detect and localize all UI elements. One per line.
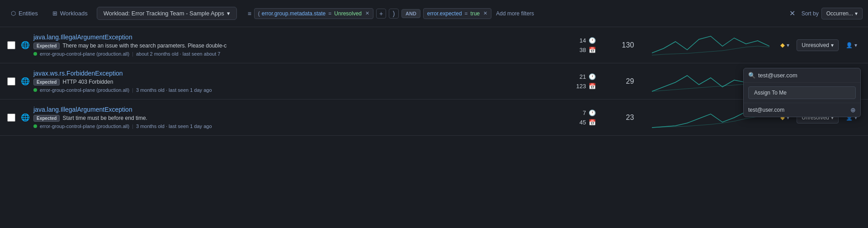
- total-count-1: 130: [618, 41, 634, 49]
- filter2-key: error.expected: [427, 10, 462, 17]
- issue-message-3: ExpectedStart time must be before end ti…: [33, 115, 287, 122]
- assignee-chevron-icon-1: ▾: [854, 42, 857, 48]
- clock-icon-3: 🕐: [589, 109, 596, 116]
- filter-icon[interactable]: ≡: [248, 10, 251, 17]
- diamond-icon-1: ◆: [780, 42, 785, 48]
- workload-tab[interactable]: Workload: Error Tracking Team - Sample A…: [97, 7, 237, 20]
- open-paren: (: [258, 10, 260, 17]
- age-label-1: about 2 months old · last seen about 7: [136, 51, 221, 57]
- workload-tab-label: Workload: Error Tracking Team - Sample A…: [104, 10, 224, 17]
- issue-message-2: ExpectedHTTP 403 Forbidden: [33, 79, 287, 86]
- search-icon: 🔍: [748, 72, 755, 79]
- filter1-close-icon[interactable]: ✕: [365, 10, 369, 16]
- globe-icon-1: 🌐: [21, 41, 30, 49]
- workloads-icon: ⊞: [52, 10, 57, 17]
- assign-plus-icon[interactable]: ⊕: [850, 106, 856, 114]
- issue-content-1: java.lang.IllegalArgumentException Expec…: [33, 33, 558, 57]
- filter-chip-2: error.expected = true ✕: [423, 8, 491, 19]
- issue-meta-3: error-group-control-plane (production.al…: [33, 124, 558, 129]
- sidebar-item-workloads[interactable]: ⊞ Workloads: [47, 7, 93, 19]
- total-count-2: 29: [618, 77, 634, 86]
- user-email: test@user.com: [748, 107, 784, 113]
- filter1-key: error.group.metadata.state: [262, 10, 326, 17]
- sort-value: Occurren...: [826, 10, 853, 17]
- issue-content-3: java.lang.IllegalArgumentException Expec…: [33, 106, 558, 129]
- count1-1: 14: [580, 37, 586, 44]
- and-operator: AND: [401, 9, 420, 18]
- sidebar-item-entities[interactable]: ⬡ Entities: [5, 7, 43, 19]
- filter1-eq: =: [328, 10, 331, 17]
- entities-label: Entities: [19, 10, 38, 17]
- project-label-2: error-group-control-plane (production.al…: [40, 87, 129, 93]
- add-more-filters-button[interactable]: Add more filters: [494, 9, 536, 19]
- issue-checkbox-2[interactable]: [7, 77, 15, 86]
- assign-to-me-button[interactable]: Assign To Me: [748, 86, 856, 99]
- issue-checkbox-3[interactable]: [7, 114, 15, 122]
- filter1-val: Unresolved: [334, 10, 362, 17]
- assignee-button-1[interactable]: 👤 ▾: [842, 40, 861, 50]
- assign-search-input[interactable]: [758, 72, 856, 79]
- count1-2: 21: [580, 73, 586, 80]
- assign-search-area: 🔍: [744, 68, 860, 83]
- issue-meta-2: error-group-control-plane (production.al…: [33, 87, 558, 93]
- table-row: 🌐 java.lang.IllegalArgumentException Exp…: [0, 100, 868, 136]
- calendar-icon-3: 📅: [589, 119, 596, 126]
- assign-user-row[interactable]: test@user.com ⊕: [744, 103, 860, 117]
- age-label-3: 3 months old · last seen 1 day ago: [136, 124, 212, 129]
- workloads-label: Workloads: [60, 10, 88, 17]
- filter-chip-1: ( error.group.metadata.state = Unresolve…: [254, 8, 373, 19]
- priority-chevron-icon-1: ▾: [787, 42, 789, 48]
- issue-title-2[interactable]: javax.ws.rs.ForbiddenException: [33, 70, 558, 77]
- priority-button-1[interactable]: ◆ ▾: [777, 40, 793, 50]
- filter2-close-icon[interactable]: ✕: [483, 10, 487, 16]
- calendar-icon-2: 📅: [589, 83, 596, 90]
- count2-1: 38: [580, 47, 586, 53]
- project-label-3: error-group-control-plane (production.al…: [40, 124, 129, 129]
- globe-icon-3: 🌐: [21, 113, 30, 122]
- issue-content-2: javax.ws.rs.ForbiddenException ExpectedH…: [33, 70, 558, 93]
- count1-3: 7: [583, 109, 586, 116]
- count2-3: 45: [580, 119, 586, 126]
- issue-stats-1: 14 🕐 38 📅: [569, 37, 596, 53]
- issue-checkbox-1[interactable]: [7, 41, 15, 49]
- expected-badge-3: Expected: [33, 115, 60, 122]
- close-button[interactable]: ✕: [786, 7, 799, 20]
- nav-tabs: ⬡ Entities ⊞ Workloads Workload: Error T…: [5, 7, 237, 20]
- issue-title-3[interactable]: java.lang.IllegalArgumentException: [33, 106, 558, 113]
- entities-icon: ⬡: [11, 10, 16, 17]
- clock-icon-2: 🕐: [589, 73, 596, 80]
- issue-actions-1: ◆ ▾ Unresolved ▾ 👤 ▾: [777, 39, 861, 51]
- filter2-val: true: [471, 10, 480, 17]
- person-icon-1: 👤: [846, 42, 853, 48]
- issue-meta-1: error-group-control-plane (production.al…: [33, 51, 558, 57]
- expected-badge-2: Expected: [33, 79, 60, 86]
- sort-dropdown[interactable]: Occurren... ▾: [821, 8, 863, 19]
- issue-stats-2: 21 🕐 123 📅: [569, 73, 596, 90]
- issues-list: 🌐 java.lang.IllegalArgumentException Exp…: [0, 27, 868, 136]
- globe-icon-2: 🌐: [21, 77, 30, 86]
- count2-2: 123: [576, 83, 586, 90]
- assign-dropdown: 🔍 Assign To Me test@user.com ⊕: [743, 68, 861, 117]
- calendar-icon-1: 📅: [589, 47, 596, 53]
- status-chevron-icon-1: ▾: [831, 42, 834, 48]
- issue-message-1: ExpectedThere may be an issue with the s…: [33, 43, 287, 49]
- add-filter-button[interactable]: +: [376, 9, 386, 19]
- table-row: 🌐 java.lang.IllegalArgumentException Exp…: [0, 27, 868, 63]
- sparkline-1: [652, 33, 769, 57]
- top-bar: ⬡ Entities ⊞ Workloads Workload: Error T…: [0, 0, 868, 27]
- filter-area: ≡ ( error.group.metadata.state = Unresol…: [248, 8, 783, 19]
- clock-icon-1: 🕐: [589, 37, 596, 44]
- status-label-1: Unresolved: [802, 42, 829, 48]
- sort-label: Sort by: [802, 10, 819, 17]
- group-filter-button[interactable]: ): [389, 9, 399, 19]
- status-dot-2: [33, 88, 37, 92]
- status-dropdown-1[interactable]: Unresolved ▾: [797, 39, 839, 51]
- issue-stats-3: 7 🕐 45 📅: [569, 109, 596, 126]
- issue-title-1[interactable]: java.lang.IllegalArgumentException: [33, 33, 558, 41]
- table-row: 🌐 javax.ws.rs.ForbiddenException Expecte…: [0, 63, 868, 100]
- total-count-3: 23: [618, 114, 634, 122]
- status-dot-1: [33, 52, 37, 56]
- project-label-1: error-group-control-plane (production.al…: [40, 51, 129, 57]
- age-label-2: 3 months old · last seen 1 day ago: [136, 87, 212, 93]
- sort-area: ✕ Sort by Occurren... ▾: [786, 7, 863, 20]
